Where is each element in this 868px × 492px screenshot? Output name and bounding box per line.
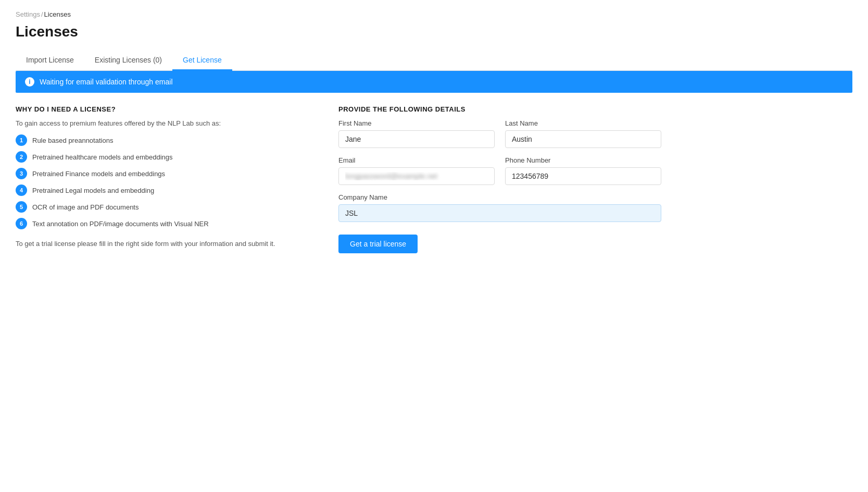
list-item: 5 OCR of image and PDF documents	[16, 201, 318, 213]
feature-bullet-5: 5	[16, 201, 27, 213]
why-license-heading: WHY DO I NEED A LICENSE?	[16, 105, 318, 113]
feature-text-4: Pretrained Legal models and embedding	[32, 187, 154, 194]
left-section: WHY DO I NEED A LICENSE? To gain access …	[16, 105, 318, 253]
content-area: WHY DO I NEED A LICENSE? To gain access …	[16, 105, 852, 253]
first-name-label: First Name	[338, 119, 495, 127]
tab-import-license[interactable]: Import License	[16, 51, 84, 71]
list-item: 3 Pretrained Finance models and embeddin…	[16, 168, 318, 179]
provide-details-heading: PROVIDE THE FOLLOWING DETAILS	[338, 105, 661, 113]
first-name-group: First Name	[338, 119, 495, 148]
company-group: Company Name	[338, 193, 661, 222]
tab-get-license[interactable]: Get License	[172, 51, 232, 71]
feature-text-3: Pretrained Finance models and embeddings	[32, 170, 165, 178]
list-item: 1 Rule based preannotations	[16, 134, 318, 146]
email-label: Email	[338, 156, 495, 164]
info-banner: i Waiting for email validation through e…	[16, 71, 852, 93]
last-name-input[interactable]	[505, 130, 661, 148]
get-trial-license-button[interactable]: Get a trial license	[338, 235, 418, 253]
feature-bullet-1: 1	[16, 134, 27, 146]
phone-label: Phone Number	[505, 156, 661, 164]
list-item: 4 Pretrained Legal models and embedding	[16, 185, 318, 196]
email-input[interactable]	[338, 167, 495, 185]
feature-list: 1 Rule based preannotations 2 Pretrained…	[16, 134, 318, 229]
list-item: 2 Pretrained healthcare models and embed…	[16, 151, 318, 163]
breadcrumb-current: Licenses	[44, 10, 71, 18]
feature-text-2: Pretrained healthcare models and embeddi…	[32, 153, 173, 161]
info-icon: i	[25, 77, 34, 87]
license-description: To gain access to premium features offer…	[16, 119, 318, 127]
feature-bullet-4: 4	[16, 185, 27, 196]
info-banner-text: Waiting for email validation through ema…	[40, 78, 173, 86]
breadcrumb: Settings/Licenses	[16, 10, 852, 18]
company-row: Company Name	[338, 193, 661, 222]
feature-text-5: OCR of image and PDF documents	[32, 203, 139, 211]
right-section: PROVIDE THE FOLLOWING DETAILS First Name…	[338, 105, 661, 253]
email-group: Email	[338, 156, 495, 185]
last-name-group: Last Name	[505, 119, 661, 148]
feature-bullet-3: 3	[16, 168, 27, 179]
last-name-label: Last Name	[505, 119, 661, 127]
trial-note: To get a trial license please fill in th…	[16, 240, 318, 248]
list-item: 6 Text annotation on PDF/image documents…	[16, 218, 318, 229]
page-container: Settings/Licenses Licenses Import Licens…	[0, 0, 868, 264]
feature-text-6: Text annotation on PDF/image documents w…	[32, 220, 209, 228]
feature-bullet-2: 2	[16, 151, 27, 163]
breadcrumb-separator: /	[41, 10, 43, 18]
breadcrumb-settings[interactable]: Settings	[16, 10, 40, 18]
company-label: Company Name	[338, 193, 661, 201]
contact-row: Email Phone Number	[338, 156, 661, 185]
tab-existing-licenses[interactable]: Existing Licenses (0)	[84, 51, 172, 71]
phone-input[interactable]	[505, 167, 661, 185]
tabs-bar: Import License Existing Licenses (0) Get…	[16, 51, 852, 71]
phone-group: Phone Number	[505, 156, 661, 185]
feature-text-1: Rule based preannotations	[32, 137, 113, 144]
name-row: First Name Last Name	[338, 119, 661, 148]
feature-bullet-6: 6	[16, 218, 27, 229]
company-input[interactable]	[338, 204, 661, 222]
page-title: Licenses	[16, 23, 852, 40]
first-name-input[interactable]	[338, 130, 495, 148]
